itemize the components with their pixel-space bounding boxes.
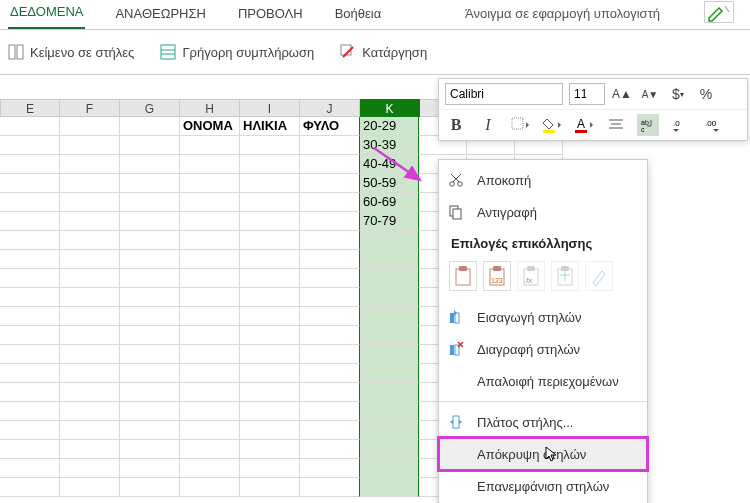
cell[interactable]: ΦΥΛΟ [300,117,360,136]
cell[interactable]: 20-29 [359,117,419,136]
cell[interactable] [180,155,240,174]
cell[interactable] [359,402,419,421]
font-name-select[interactable]: Calibri [445,83,563,105]
cell[interactable] [120,288,180,307]
cell[interactable] [0,478,60,497]
bold-button[interactable]: B [445,114,467,136]
cell[interactable]: 40-49 [359,155,419,174]
font-color-button[interactable]: A [573,114,595,136]
cell[interactable] [240,364,300,383]
cell[interactable]: ΟΝΟΜΑ [180,117,240,136]
cell[interactable] [60,136,120,155]
ctx-clear-contents[interactable]: Απαλοιφή περιεχομένων [439,365,647,397]
cell[interactable] [180,269,240,288]
cell[interactable] [60,288,120,307]
cell[interactable] [120,269,180,288]
cell[interactable] [60,364,120,383]
column-header-F[interactable]: F [60,99,120,117]
cell[interactable] [120,326,180,345]
cell[interactable] [60,212,120,231]
cell[interactable] [120,136,180,155]
increase-font-button[interactable]: A▲ [611,83,633,105]
cell[interactable] [240,288,300,307]
cell[interactable] [240,250,300,269]
cell[interactable] [60,307,120,326]
cell[interactable] [240,383,300,402]
cell[interactable] [240,345,300,364]
cell[interactable] [359,459,419,478]
cell[interactable] [300,212,360,231]
paste-values[interactable]: 123 [483,261,511,291]
cell[interactable] [0,212,60,231]
decrease-font-button[interactable]: A▼ [639,83,661,105]
cell[interactable] [240,307,300,326]
cell[interactable] [0,136,60,155]
cell[interactable] [120,440,180,459]
cell[interactable]: 50-59 [359,174,419,193]
cell[interactable] [240,440,300,459]
cell[interactable] [180,364,240,383]
cell[interactable] [180,193,240,212]
cell[interactable] [359,345,419,364]
cell[interactable] [240,459,300,478]
cell[interactable] [180,326,240,345]
column-header-K[interactable]: K [360,99,420,117]
cell[interactable] [180,440,240,459]
tab-data[interactable]: ΔΕΔΟΜΕΝΑ [8,0,85,29]
cell[interactable] [0,421,60,440]
cell[interactable] [359,269,419,288]
cell[interactable] [359,326,419,345]
cell[interactable] [359,478,419,497]
cell[interactable] [0,250,60,269]
cell[interactable] [60,402,120,421]
font-size-select[interactable]: 11 [569,83,605,105]
cell[interactable] [359,440,419,459]
cell[interactable] [120,174,180,193]
cell[interactable] [300,326,360,345]
tab-help[interactable]: Βοήθεια [333,0,384,29]
cell[interactable] [0,269,60,288]
cell[interactable] [0,440,60,459]
flash-fill-button[interactable]: Γρήγορη συμπλήρωση [160,44,314,60]
borders-button[interactable] [509,114,531,136]
cell[interactable]: 30-39 [359,136,419,155]
cell[interactable] [60,174,120,193]
cell[interactable] [120,402,180,421]
cell[interactable] [300,250,360,269]
cell[interactable] [180,212,240,231]
cell[interactable] [240,193,300,212]
cell[interactable] [359,364,419,383]
fill-color-button[interactable] [541,114,563,136]
clear-button[interactable]: Κατάργηση [340,44,427,60]
cell[interactable] [359,231,419,250]
ctx-cut[interactable]: Αποκοπή [439,164,647,196]
ctx-hide-columns[interactable]: Απόκρυψη στηλών [439,438,647,470]
cell[interactable] [0,383,60,402]
cell[interactable] [120,155,180,174]
cell[interactable] [240,326,300,345]
cell[interactable] [180,231,240,250]
cell[interactable] [60,155,120,174]
cell[interactable]: ΗΛΙΚΙΑ [240,117,300,136]
column-header-E[interactable]: E [0,99,60,117]
text-to-columns-button[interactable]: Κείμενο σε στήλες [8,44,134,60]
ctx-copy[interactable]: Αντιγραφή [439,196,647,228]
cell[interactable] [120,478,180,497]
cell[interactable] [60,345,120,364]
cell[interactable] [60,383,120,402]
cell[interactable] [359,288,419,307]
paste-keep-source[interactable] [449,261,477,291]
cell[interactable] [0,193,60,212]
cell[interactable] [120,231,180,250]
cell[interactable] [240,421,300,440]
cell[interactable] [180,136,240,155]
cell[interactable] [180,421,240,440]
cell[interactable] [120,250,180,269]
currency-button[interactable]: $▾ [667,83,689,105]
cell[interactable] [0,307,60,326]
cell[interactable] [300,421,360,440]
cell[interactable] [0,402,60,421]
cell[interactable] [60,440,120,459]
cell[interactable] [300,269,360,288]
cell[interactable] [300,193,360,212]
